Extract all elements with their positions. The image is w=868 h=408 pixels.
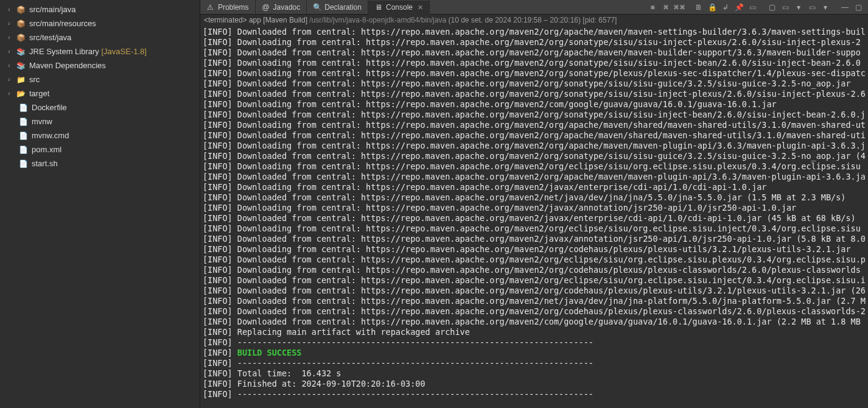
- scroll-lock-button[interactable]: 🔒: [706, 1, 718, 13]
- console-line: [INFO] Downloaded from central: https://…: [203, 151, 866, 161]
- expand-arrow-icon[interactable]: ›: [6, 76, 12, 83]
- tree-item[interactable]: ›📦src/test/java: [0, 30, 200, 44]
- tree-item[interactable]: 📄Dockerfile: [0, 100, 200, 114]
- expand-arrow-icon[interactable]: ›: [6, 62, 12, 69]
- console-line: [INFO] Downloading from central: https:/…: [203, 37, 866, 47]
- console-line: [INFO] Downloading from central: https:/…: [203, 58, 866, 68]
- tree-item-label: mvnw.cmd: [32, 131, 69, 140]
- run-meta: (10 de set. de 2024 20:19:58 – 20:20:16)…: [448, 16, 617, 24]
- new-console-button[interactable]: ▭: [779, 1, 791, 13]
- console-line: [INFO] Downloaded from central: https://…: [203, 130, 866, 141]
- terminate-button[interactable]: ■: [646, 1, 659, 13]
- console-line: [INFO] Downloading from central: https:/…: [203, 244, 866, 255]
- console-line: [INFO] ---------------------------------…: [203, 389, 866, 399]
- console-line: [INFO] BUILD SUCCESS: [203, 348, 866, 358]
- tree-item[interactable]: ›📁src: [0, 72, 200, 86]
- expand-arrow-icon[interactable]: ›: [6, 90, 12, 97]
- remove-launch-button[interactable]: ✖: [660, 1, 672, 13]
- tab-declaration[interactable]: 🔍Declaration: [307, 0, 368, 14]
- maximize-view-button[interactable]: ▢: [852, 1, 864, 13]
- console-line: [INFO] Total time: 16.432 s: [203, 368, 866, 379]
- xml-icon: 📄: [18, 145, 28, 155]
- remove-all-button[interactable]: ✖✖: [673, 1, 685, 13]
- tree-item[interactable]: ›📚Maven Dependencies: [0, 58, 200, 72]
- console-line: [INFO] Downloading from central: https:/…: [203, 99, 866, 110]
- tree-item-label: src/main/java: [29, 5, 76, 14]
- console-line: [INFO] Finished at: 2024-09-10T20:20:16-…: [203, 379, 866, 389]
- close-tab-icon[interactable]: ✕: [416, 4, 423, 12]
- console-line: [INFO] Downloading from central: https:/…: [203, 120, 866, 130]
- console-line: [INFO] Downloaded from central: https://…: [203, 47, 866, 58]
- console-output[interactable]: [INFO] Downloaded from central: https://…: [200, 26, 868, 408]
- java-path: /usr/lib/jvm/java-8-openjdk-amd64/bin/ja…: [309, 16, 446, 24]
- expand-arrow-icon[interactable]: ›: [6, 48, 12, 55]
- tab-problems[interactable]: ⚠Problems: [200, 0, 256, 14]
- minimize-view-button[interactable]: ―: [839, 1, 851, 13]
- console-process-label: <terminated> app [Maven Build] /usr/lib/…: [200, 15, 868, 26]
- tab-javadoc[interactable]: @Javadoc: [256, 0, 307, 14]
- console-menu2-dropdown-icon[interactable]: ▾: [819, 1, 831, 13]
- console-line: [INFO] Downloaded from central: https://…: [203, 255, 866, 265]
- pkg-icon: 📦: [16, 19, 26, 29]
- fld-open-icon: 📂: [16, 89, 26, 99]
- tree-item-label: Maven Dependencies: [29, 61, 106, 70]
- console-line: [INFO] Downloaded from central: https://…: [203, 275, 866, 286]
- console-line: [INFO] Downloading from central: https:/…: [203, 182, 866, 192]
- lib-icon: 📚: [16, 47, 26, 57]
- tree-item-label: src: [29, 75, 40, 84]
- tree-item[interactable]: ›📂target: [0, 86, 200, 100]
- tab-label: Declaration: [324, 3, 362, 12]
- display-selected-button[interactable]: ▭: [746, 1, 758, 13]
- console-line: [INFO] Downloaded from central: https://…: [203, 286, 866, 296]
- expand-arrow-icon[interactable]: ›: [6, 20, 12, 27]
- console-line: [INFO] Downloaded from central: https://…: [203, 306, 866, 317]
- console-line: [INFO] Downloaded from central: https://…: [203, 89, 866, 99]
- tree-item-label: start.sh: [32, 159, 58, 168]
- console-line: [INFO] Downloaded from central: https://…: [203, 172, 866, 182]
- tree-item-label: mvnw: [32, 117, 52, 126]
- console-toolbar: ■ ✖ ✖✖ 🗎 🔒 ↲ 📌 ▭ ▢ ▭ ▾ ▭ ▾ ― ▢: [643, 0, 868, 14]
- tree-item[interactable]: 📄start.sh: [0, 157, 200, 171]
- file-icon: 📄: [18, 103, 28, 113]
- pkg-icon: 📦: [16, 5, 26, 15]
- tree-item[interactable]: ›📦src/main/resources: [0, 16, 200, 30]
- fld-icon: 📁: [16, 75, 26, 85]
- console-line: [INFO] Downloading from central: https:/…: [203, 141, 866, 151]
- open-console-button[interactable]: ▢: [766, 1, 778, 13]
- console-line: [INFO] Downloaded from central: https://…: [203, 213, 866, 223]
- tree-item-label: src/test/java: [29, 33, 71, 42]
- console-line: [INFO] Downloading from central: https:/…: [203, 265, 866, 275]
- tab-label: Console: [386, 3, 413, 12]
- tree-item[interactable]: 📄mvnw: [0, 114, 200, 128]
- tree-item-label: src/main/resources: [29, 19, 96, 28]
- console-line: [INFO] Downloaded from central: https://…: [203, 234, 866, 244]
- file-icon: 📄: [18, 117, 28, 127]
- console-icon: 🖥: [374, 3, 383, 12]
- tab-label: Javadoc: [273, 3, 301, 12]
- pin-console-button[interactable]: 📌: [733, 1, 745, 13]
- tree-item[interactable]: ›📦src/main/java: [0, 2, 200, 16]
- pkg-icon: 📦: [16, 33, 26, 43]
- console-line: [INFO] Downloaded from central: https://…: [203, 79, 866, 89]
- console-menu-dropdown-icon[interactable]: ▾: [793, 1, 805, 13]
- launch-name: app [Maven Build]: [249, 16, 307, 24]
- expand-arrow-icon[interactable]: ›: [6, 6, 12, 13]
- build-success-label: BUILD SUCCESS: [237, 348, 302, 357]
- main-area: ⚠Problems@Javadoc🔍Declaration🖥Console✕ ■…: [200, 0, 868, 408]
- console-line: [INFO] Downloaded from central: https://…: [203, 110, 866, 120]
- expand-arrow-icon[interactable]: ›: [6, 34, 12, 41]
- clear-console-button[interactable]: 🗎: [693, 1, 705, 13]
- console-line: [INFO] ---------------------------------…: [203, 358, 866, 368]
- declaration-icon: 🔍: [313, 3, 321, 12]
- tree-item-label: pom.xml: [32, 145, 61, 154]
- tab-console[interactable]: 🖥Console✕: [368, 1, 430, 15]
- views-tabbar: ⚠Problems@Javadoc🔍Declaration🖥Console✕ ■…: [200, 0, 868, 15]
- word-wrap-button[interactable]: ↲: [719, 1, 732, 13]
- console-line: [INFO] Downloaded from central: https://…: [203, 317, 866, 327]
- tree-item[interactable]: ›📚JRE System Library [JavaSE-1.8]: [0, 44, 200, 58]
- tree-item[interactable]: 📄mvnw.cmd: [0, 128, 200, 142]
- console-line: [INFO] Downloaded from central: https://…: [203, 296, 866, 306]
- console-line: [INFO] ---------------------------------…: [203, 337, 866, 348]
- tree-item[interactable]: 📄pom.xml: [0, 142, 200, 157]
- open-console-alt-button[interactable]: ▭: [806, 1, 818, 13]
